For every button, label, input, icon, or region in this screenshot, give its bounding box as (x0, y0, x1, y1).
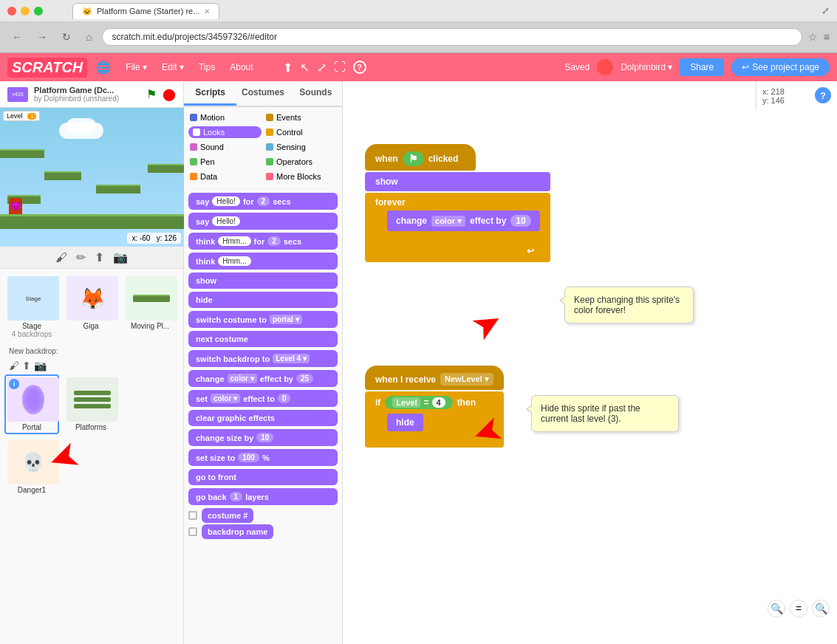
block-set-size[interactable]: set size to 100 % (188, 449, 338, 466)
newlevel-dropdown[interactable]: NewLevel ▾ (440, 373, 493, 386)
block-change-size[interactable]: change size by 10 (188, 429, 338, 446)
block-set-effect[interactable]: set color ▾ effect to 0 (188, 390, 338, 407)
share-button[interactable]: Share (680, 58, 724, 76)
bookmark-icon[interactable]: ☆ (808, 31, 818, 43)
cat-control[interactable]: Control (264, 126, 338, 138)
green-flag-button[interactable]: ⚑ (146, 87, 157, 101)
block-say[interactable]: say Hello! (188, 213, 338, 230)
nav-tips[interactable]: Tips (193, 59, 221, 75)
block-hide[interactable]: hide (188, 292, 338, 308)
cat-more-blocks[interactable]: More Blocks (264, 171, 338, 182)
camera-backdrop-button[interactable]: 📷 (34, 360, 47, 371)
help-circle-icon[interactable]: ? (353, 61, 366, 74)
cat-events[interactable]: Events (264, 112, 338, 123)
browser-tab[interactable]: 🐱 Platform Game (Starter) re... ✕ (72, 3, 219, 19)
tab-sounds[interactable]: Sounds (290, 81, 342, 106)
refresh-button[interactable]: ↻ (58, 30, 75, 44)
block-costume-number[interactable]: costume # (188, 508, 338, 523)
level-badge: Level 1 (3, 111, 40, 121)
nav-file[interactable]: File ▾ (120, 59, 153, 75)
zoom-in-button[interactable]: 🔍 (812, 600, 830, 617)
sprite-item-stage[interactable]: Stage Stage4 backdrops (4, 273, 59, 341)
home-button[interactable]: ⌂ (81, 30, 96, 44)
sprite-item-giga[interactable]: 🦊 Giga (64, 273, 118, 341)
globe-icon[interactable]: 🌐 (96, 61, 111, 75)
nav-about[interactable]: About (224, 59, 259, 75)
stage-preview: 😈 Level 1 x: -60 y: 126 (0, 108, 184, 247)
block-go-back[interactable]: go back 1 layers (188, 488, 338, 505)
paint-backdrop-button[interactable]: 🖌 (9, 360, 19, 371)
block-say-for-secs[interactable]: say Hello! for 2 secs (188, 193, 338, 210)
browser-traffic-lights (7, 7, 43, 16)
canvas-when-clicked[interactable]: when ⚑ clicked (365, 144, 476, 171)
block-think[interactable]: think Hmm... (188, 253, 338, 270)
import-backdrop-button[interactable]: ⬆ (22, 360, 31, 371)
block-backdrop-name[interactable]: backdrop name (188, 524, 338, 539)
sprite-item-portal[interactable]: i Portal (4, 374, 59, 434)
help-button[interactable]: ? (815, 87, 831, 103)
cat-looks[interactable]: Looks (188, 126, 262, 138)
sprite-item-platforms[interactable]: Platforms (64, 374, 118, 434)
block-switch-backdrop[interactable]: switch backdrop to Level 4 ▾ (188, 350, 338, 367)
cat-motion[interactable]: Motion (188, 112, 262, 123)
block-check-costume[interactable] (188, 511, 197, 520)
block-change-effect[interactable]: change color ▾ effect by 25 (188, 370, 338, 387)
cat-pen[interactable]: Pen (188, 156, 262, 168)
block-clear-effects[interactable]: clear graphic effects (188, 410, 338, 426)
stage-coords: x: -60 y: 126 (127, 233, 181, 244)
expand-icon[interactable]: ⤢ (317, 61, 327, 75)
sprite-item-danger1[interactable]: 💀 Danger1 (4, 437, 59, 497)
cat-sensing-dot (266, 143, 273, 151)
camera-icon[interactable]: 📷 (113, 250, 128, 264)
edit-icon[interactable]: ✏ (76, 250, 86, 264)
fullscreen-icon[interactable]: ⤢ (821, 5, 830, 16)
paint-icon[interactable]: 🖌 (55, 251, 67, 264)
cat-data-dot (190, 173, 197, 180)
fullscreen-icon2[interactable]: ⛶ (334, 61, 346, 74)
tab-costumes[interactable]: Costumes (236, 81, 289, 106)
zoom-fit-button[interactable]: = (790, 600, 807, 617)
minimize-dot[interactable] (21, 7, 30, 16)
sprite-list: Stage Stage4 backdrops 🦊 Giga M (0, 269, 183, 644)
nav-edit[interactable]: Edit ▾ (156, 59, 190, 75)
forward-button[interactable]: → (33, 30, 52, 44)
see-project-button[interactable]: ↩ See project page (731, 58, 830, 76)
scratch-logo[interactable]: SCRATCH (7, 58, 87, 78)
close-dot[interactable] (7, 7, 16, 16)
color-dropdown[interactable]: color ▾ (431, 216, 465, 227)
stop-button[interactable]: ⬤ (163, 87, 176, 101)
menu-icon[interactable]: ≡ (824, 31, 830, 43)
block-check-backdrop[interactable] (188, 527, 197, 536)
cat-sound[interactable]: Sound (188, 141, 262, 153)
saved-label: Saved (564, 62, 590, 72)
tab-close-button[interactable]: ✕ (204, 7, 210, 16)
block-next-costume[interactable]: next costume (188, 331, 338, 347)
canvas-show[interactable]: show (365, 172, 550, 191)
script-canvas[interactable]: when ⚑ clicked show forever change color (343, 81, 837, 644)
username-label[interactable]: Dolphinbird ▾ (621, 62, 672, 72)
address-bar[interactable]: scratch.mit.edu/projects/34597326/#edito… (102, 28, 802, 46)
maximize-dot[interactable] (34, 7, 43, 16)
import-icon[interactable]: ⬆ (95, 250, 104, 264)
block-go-to-front[interactable]: go to front (188, 469, 338, 485)
canvas-hide-block[interactable]: hide (387, 414, 423, 431)
upload-icon[interactable]: ⬆ (283, 61, 293, 75)
block-think-for-secs[interactable]: think Hmm... for 2 secs (188, 233, 338, 250)
sprite-label-platforms: Platforms (66, 423, 115, 431)
canvas-if-block[interactable]: if Level = 4 then hide (365, 391, 504, 448)
cat-data[interactable]: Data (188, 171, 262, 182)
block-show[interactable]: show (188, 273, 338, 289)
pointer-icon[interactable]: ↖ (300, 61, 310, 75)
tab-scripts[interactable]: Scripts (184, 81, 236, 106)
cat-sensing[interactable]: Sensing (264, 141, 338, 153)
canvas-when-receive[interactable]: when I receive NewLevel ▾ (365, 366, 504, 390)
canvas-change-color[interactable]: change color ▾ effect by 10 (387, 210, 540, 231)
loop-arrow: ↩ (375, 246, 540, 259)
sprite-item-moving-platforms[interactable]: Moving Pl... (123, 273, 177, 341)
back-button[interactable]: ← (7, 30, 27, 44)
cat-operators[interactable]: Operators (264, 156, 338, 168)
block-switch-costume[interactable]: switch costume to portal ▾ (188, 311, 338, 328)
canvas-forever[interactable]: forever change color ▾ effect by 10 ↩ (365, 193, 550, 262)
zoom-out-button[interactable]: 🔍 (768, 600, 785, 617)
new-backdrop-section: New backdrop: 🖌 ⬆ 📷 (4, 344, 179, 373)
